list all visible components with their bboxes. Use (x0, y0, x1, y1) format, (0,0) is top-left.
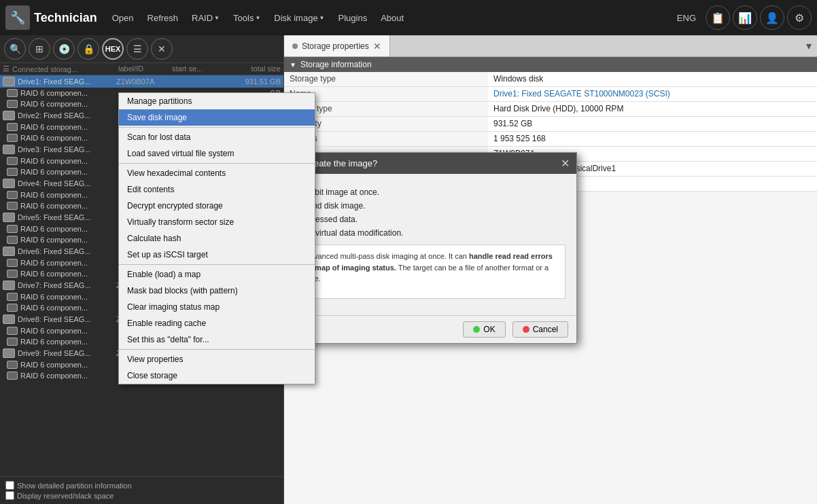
disk-name: Drive4: Fixed SEAG... (18, 179, 116, 187)
context-menu-item[interactable]: Decrypt encrypted storage (119, 198, 315, 214)
lock-icon[interactable]: 🔒 (77, 38, 99, 60)
disk-name: RAID 6 componen... (20, 123, 119, 131)
context-menu-item[interactable]: Manage partitions (119, 93, 315, 109)
settings-icon[interactable]: ⚙ (787, 5, 812, 30)
context-menu-item[interactable]: Scan for lost data (119, 129, 315, 145)
search-icon[interactable]: 🔍 (4, 38, 26, 60)
disk-name: RAID 6 componen... (20, 191, 119, 199)
ok-label: OK (483, 325, 495, 334)
cb-detailed-input[interactable] (5, 481, 14, 490)
disk-name: Drive1: Fixed SEAG... (18, 77, 116, 86)
context-menu-item[interactable]: Enable (load) a map (119, 266, 315, 283)
disk-name: RAID 6 componen... (20, 168, 119, 176)
disk-name: RAID 6 componen... (20, 270, 119, 278)
cb-reserved-input[interactable] (5, 491, 14, 500)
property-row: Storage typeWindows disk (284, 72, 817, 87)
context-menu-item[interactable]: Virtually transform sector size (119, 214, 315, 230)
menu-disk-image[interactable]: Disk image ▼ (268, 10, 330, 26)
tab-storage-properties[interactable]: Storage properties ✕ (284, 35, 390, 56)
context-menu-item[interactable]: View hexadecimal contents (119, 165, 315, 181)
cb-reserved-label: Display reserved/slack space (17, 492, 114, 500)
disk-name: Drive6: Fixed SEAG... (18, 247, 116, 255)
raid-icon (7, 123, 18, 131)
disk-name: RAID 6 componen... (20, 372, 119, 380)
menu-raid[interactable]: RAID ▼ (186, 10, 225, 26)
chart-icon[interactable]: 📊 (733, 5, 757, 30)
disk-icon[interactable]: 💿 (53, 38, 75, 60)
disk-name: Drive9: Fixed SEAG... (18, 349, 116, 357)
partition-icon[interactable]: ⊞ (29, 38, 50, 60)
section-header-storage: ▼ Storage information (284, 57, 817, 72)
menu-separator (119, 127, 315, 128)
context-menu-item[interactable]: Save disk image (119, 109, 315, 126)
raid-icon (7, 225, 18, 233)
disk-name: Drive7: Fixed SEAG... (18, 281, 116, 289)
disk-drive-icon (3, 314, 15, 324)
disk-total: 931.51 GB (226, 77, 281, 86)
raid-icon (7, 270, 18, 278)
section-expand-icon[interactable]: ▼ (290, 61, 296, 69)
list-icon[interactable]: ☰ (126, 38, 148, 60)
language-selector[interactable]: ENG (677, 13, 696, 23)
menu-tools[interactable]: Tools ▼ (228, 10, 266, 26)
clipboard-icon[interactable]: 📋 (706, 5, 730, 30)
cb-reserved[interactable]: Display reserved/slack space (5, 491, 278, 500)
disk-name: RAID 6 componen... (20, 338, 119, 346)
context-menu-item[interactable]: Close storage (119, 367, 315, 384)
disk-drive-icon (3, 145, 15, 154)
app-logo: 🔧 Technician (5, 5, 97, 30)
menu-about[interactable]: About (375, 10, 409, 26)
cb-detailed[interactable]: Show detailed partition information (5, 481, 278, 490)
property-row: NameDrive1: Fixed SEAGATE ST1000NM0023 (… (284, 87, 817, 102)
context-menu-item[interactable]: Load saved virtual file system (119, 145, 315, 162)
disk-drive-icon (3, 179, 15, 188)
disk-name: RAID 6 componen... (20, 202, 119, 210)
context-menu-item[interactable]: Edit contents (119, 181, 315, 198)
context-menu-item[interactable]: Enable reading cache (119, 315, 315, 331)
raid-icon (7, 327, 18, 335)
column-headers: ☰ Connected storag... label/ID start se.… (0, 63, 283, 75)
prop-value: 1 953 525 168 (488, 132, 817, 146)
raid-icon (7, 168, 18, 176)
prop-value: Drive1: Fixed SEAGATE ST1000NM0023 (SCSI… (488, 87, 817, 101)
raid-icon (7, 100, 18, 108)
property-row: Device typeHard Disk Drive (HDD), 10000 … (284, 102, 817, 117)
tab-menu-btn[interactable]: ▾ (801, 39, 817, 52)
disk-drive-icon (3, 111, 15, 120)
context-menu-item[interactable]: Set this as "delta" for... (119, 331, 315, 348)
cb-detailed-label: Show detailed partition information (17, 482, 132, 490)
context-menu-item[interactable]: Clear imaging status map (119, 299, 315, 315)
tab-bar: Storage properties ✕ ▾ (284, 35, 817, 57)
prop-value: Hard Disk Drive (HDD), 10000 RPM (488, 102, 817, 116)
context-menu-item[interactable]: View properties (119, 351, 315, 367)
disk-name: RAID 6 componen... (20, 225, 119, 233)
property-row: Capacity931.52 GB (284, 117, 817, 132)
disk-name: RAID 6 componen... (20, 304, 119, 312)
close-icon[interactable]: ✕ (151, 38, 173, 60)
menu-refresh[interactable]: Refresh (142, 10, 184, 26)
user-icon[interactable]: 👤 (760, 5, 784, 30)
col-header-start: start se... (172, 65, 226, 73)
dialog-close-btn[interactable]: ✕ (561, 157, 570, 170)
dialog-cancel-btn[interactable]: Cancel (512, 321, 568, 338)
menu-open[interactable]: Open (107, 10, 139, 26)
prop-label: Storage type (284, 72, 488, 86)
context-menu-item[interactable]: Calculate hash (119, 230, 315, 247)
context-menu: Manage partitionsSave disk imageScan for… (118, 92, 315, 384)
tab-close-btn[interactable]: ✕ (373, 41, 381, 51)
topbar: 🔧 Technician Open Refresh RAID ▼ Tools ▼… (0, 0, 817, 35)
section-title: Storage information (300, 60, 372, 69)
raid-icon (7, 361, 18, 369)
context-menu-item[interactable]: Set up as iSCSI target (119, 247, 315, 263)
ok-dot (473, 326, 480, 333)
disk-name: RAID 6 componen... (20, 157, 119, 165)
context-menu-item[interactable]: Mask bad blocks (with pattern) (119, 283, 315, 299)
hex-icon[interactable]: HEX (102, 38, 124, 60)
app-icon: 🔧 (5, 5, 30, 30)
dialog-ok-btn[interactable]: OK (463, 321, 505, 338)
col-header-total: total size (226, 65, 281, 73)
menu-plugins[interactable]: Plugins (333, 10, 373, 26)
list-item[interactable]: Drive1: Fixed SEAG...Z1W0B07A931.51 GB (0, 75, 283, 88)
raid-icon (7, 338, 18, 346)
property-row: Sectors1 953 525 168 (284, 132, 817, 147)
